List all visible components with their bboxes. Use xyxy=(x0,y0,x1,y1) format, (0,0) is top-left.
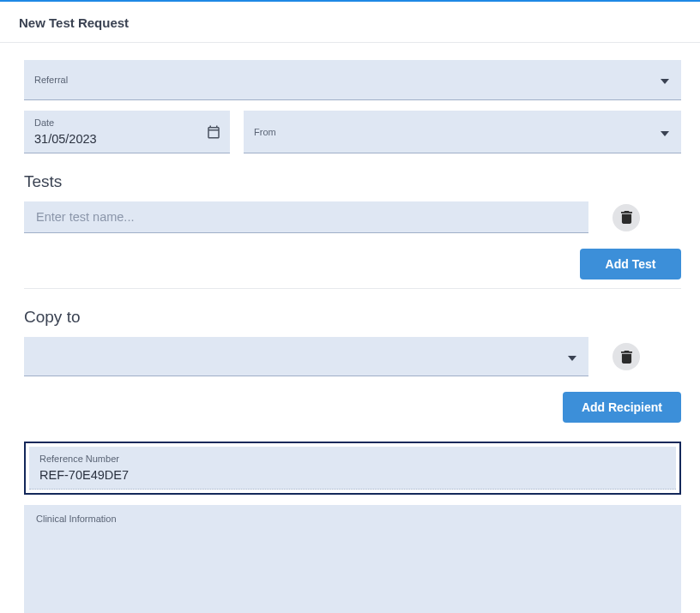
date-value: 31/05/2023 xyxy=(34,130,196,147)
add-test-button[interactable]: Add Test xyxy=(580,249,681,279)
form-body: Referral Date 31/05/2023 From Tests xyxy=(0,43,700,613)
add-test-row: Add Test xyxy=(24,249,681,279)
chevron-down-icon xyxy=(661,72,669,87)
reference-value: REF-70E49DE7 xyxy=(39,466,666,484)
add-recipient-row: Add Recipient xyxy=(24,392,681,423)
test-name-input[interactable] xyxy=(24,201,588,233)
referral-label: Referral xyxy=(34,65,645,94)
reference-label: Reference Number xyxy=(39,453,666,465)
trash-icon xyxy=(621,211,632,224)
test-row xyxy=(24,201,681,233)
clinical-label: Clinical Information xyxy=(36,513,669,525)
chevron-down-icon xyxy=(661,124,669,140)
reference-field[interactable]: Reference Number REF-70E49DE7 xyxy=(29,447,676,490)
tests-heading: Tests xyxy=(24,172,681,191)
date-from-row: Date 31/05/2023 From xyxy=(24,111,681,153)
panel-header: New Test Request xyxy=(0,2,700,43)
form-scroll[interactable]: New Test Request Referral Date 31/05/202… xyxy=(0,2,700,613)
from-select[interactable]: From xyxy=(244,111,681,153)
reference-highlight: Reference Number REF-70E49DE7 xyxy=(24,442,681,495)
add-recipient-button[interactable]: Add Recipient xyxy=(563,392,681,423)
tests-divider xyxy=(24,288,681,289)
calendar-icon xyxy=(206,124,221,140)
date-label: Date xyxy=(34,117,196,129)
date-field[interactable]: Date 31/05/2023 xyxy=(24,111,230,153)
trash-icon xyxy=(621,351,632,364)
copy-to-heading: Copy to xyxy=(24,308,681,327)
referral-select[interactable]: Referral xyxy=(24,60,681,100)
chevron-down-icon xyxy=(568,349,576,364)
copy-to-row xyxy=(24,337,681,376)
from-label: From xyxy=(254,117,645,147)
delete-test-button[interactable] xyxy=(612,204,640,231)
copy-to-select[interactable] xyxy=(24,337,588,376)
page-title: New Test Request xyxy=(19,15,681,30)
clinical-information-field[interactable]: Clinical Information xyxy=(24,505,681,613)
delete-recipient-button[interactable] xyxy=(612,343,640,370)
